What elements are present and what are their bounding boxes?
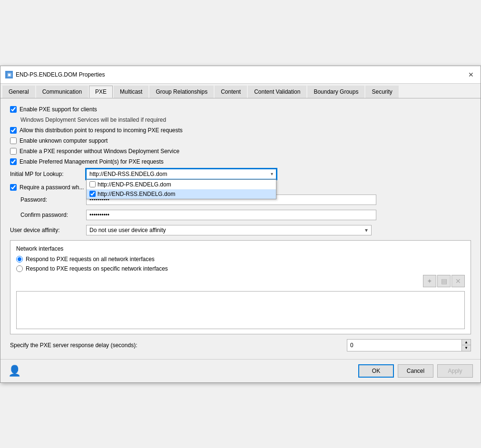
- radio-specific-interfaces-label: Respond to PXE requests on specific netw…: [26, 265, 168, 272]
- tab-security[interactable]: Security: [365, 86, 398, 98]
- enable-preferred-mp-label: Enable Preferred Management Point(s) for…: [20, 158, 164, 165]
- user-device-row: User device affinity: Do not use user de…: [10, 225, 471, 235]
- initial-mp-dropdown-list: http://END-PS.ENDELG.dom http://END-RSS.…: [86, 179, 276, 199]
- tab-communication[interactable]: Communication: [36, 86, 88, 98]
- ok-button[interactable]: OK: [358, 364, 394, 378]
- apply-button[interactable]: Apply: [437, 364, 473, 378]
- enable-responder-label: Enable a PXE responder without Windows D…: [20, 148, 179, 155]
- confirm-password-label: Confirm password:: [10, 212, 86, 218]
- radio-all-interfaces-label: Respond to PXE requests on all network i…: [26, 256, 155, 263]
- password-label: Password:: [10, 196, 86, 203]
- tab-content-validation[interactable]: Content Validation: [248, 86, 306, 98]
- title-bar: ▣ END-PS.ENDELG.DOM Properties ✕: [0, 66, 481, 84]
- radio-specific-interfaces: Respond to PXE requests on specific netw…: [16, 265, 465, 272]
- initial-mp-value: http://END-RSS.ENDELG.dom: [89, 171, 167, 177]
- initial-mp-selected[interactable]: http://END-RSS.ENDELG.dom ▾: [86, 169, 276, 179]
- confirm-password-row: Confirm password:: [10, 210, 471, 220]
- dropdown-item-rss-label: http://END-RSS.ENDELG.dom: [98, 191, 175, 197]
- dropdown-item-rss-checkbox[interactable]: [89, 191, 96, 197]
- window-title: END-PS.ENDELG.DOM Properties: [16, 71, 105, 78]
- tab-boundary-groups[interactable]: Boundary Groups: [307, 86, 364, 98]
- radio-specific-interfaces-input[interactable]: [16, 265, 23, 272]
- delay-input[interactable]: [347, 340, 461, 351]
- enable-unknown-row: Enable unknown computer support: [10, 137, 471, 144]
- footer-buttons: OK Cancel Apply: [358, 364, 473, 378]
- initial-mp-dropdown[interactable]: http://END-RSS.ENDELG.dom ▾ http://END-P…: [86, 169, 276, 179]
- window-icon: ▣: [5, 71, 13, 78]
- wds-note: Windows Deployment Services will be inst…: [20, 117, 471, 123]
- enable-pxe-row: Enable PXE support for clients: [10, 106, 471, 113]
- delay-spinner[interactable]: ▲ ▼: [347, 339, 471, 351]
- tab-multicast[interactable]: Multicast: [114, 86, 148, 98]
- radio-all-interfaces-input[interactable]: [16, 256, 23, 263]
- main-window: ▣ END-PS.ENDELG.DOM Properties ✕ General…: [0, 66, 481, 383]
- enable-preferred-mp-row: Enable Preferred Management Point(s) for…: [10, 158, 471, 165]
- cancel-button[interactable]: Cancel: [398, 364, 433, 378]
- enable-preferred-mp-checkbox[interactable]: [10, 158, 17, 165]
- require-password-label: Require a password wh...: [20, 184, 84, 191]
- spinner-up-button[interactable]: ▲: [462, 340, 471, 345]
- close-button[interactable]: ✕: [466, 70, 476, 79]
- network-interfaces-group: Network interfaces Respond to PXE reques…: [10, 240, 471, 334]
- enable-responder-checkbox[interactable]: [10, 148, 17, 155]
- dropdown-item-ps-label: http://END-PS.ENDELG.dom: [98, 181, 171, 188]
- dropdown-arrow-icon: ▾: [271, 171, 273, 176]
- tab-group-relationships[interactable]: Group Relationships: [149, 86, 214, 98]
- initial-mp-row: Initial MP for Lookup: http://END-RSS.EN…: [10, 169, 471, 179]
- delay-row: Specify the PXE server response delay (s…: [10, 339, 471, 351]
- tab-bar: General Communication PXE Multicast Grou…: [0, 84, 481, 98]
- tab-general[interactable]: General: [2, 86, 35, 98]
- enable-pxe-label: Enable PXE support for clients: [20, 106, 97, 113]
- allow-pxe-checkbox[interactable]: [10, 127, 17, 134]
- footer: 👤 OK Cancel Apply: [0, 359, 481, 382]
- enable-pxe-checkbox[interactable]: [10, 106, 17, 113]
- interfaces-toolbar: ✦ ▤ ✕: [16, 275, 465, 287]
- pxe-tab-content: Enable PXE support for clients Windows D…: [0, 98, 481, 359]
- edit-interface-button[interactable]: ▤: [437, 275, 451, 287]
- user-device-select-wrapper: Do not use user device affinity Allow us…: [86, 225, 372, 235]
- tab-content[interactable]: Content: [215, 86, 247, 98]
- interfaces-list: [16, 291, 465, 329]
- allow-pxe-label: Allow this distribution point to respond…: [20, 127, 183, 134]
- dropdown-item-rss[interactable]: http://END-RSS.ENDELG.dom: [87, 189, 276, 199]
- enable-unknown-label: Enable unknown computer support: [20, 137, 108, 144]
- add-interface-button[interactable]: ✦: [423, 275, 436, 287]
- spinner-arrows: ▲ ▼: [461, 340, 471, 351]
- require-password-checkbox[interactable]: [10, 184, 17, 191]
- confirm-password-input[interactable]: [86, 210, 376, 220]
- dropdown-item-ps[interactable]: http://END-PS.ENDELG.dom: [87, 180, 276, 189]
- user-icon: 👤: [8, 365, 21, 377]
- tab-pxe[interactable]: PXE: [89, 86, 113, 98]
- initial-mp-label: Initial MP for Lookup:: [10, 171, 86, 177]
- enable-responder-row: Enable a PXE responder without Windows D…: [10, 148, 471, 155]
- user-device-select[interactable]: Do not use user device affinity Allow us…: [86, 225, 372, 235]
- footer-icon-area: 👤: [8, 365, 21, 377]
- user-device-label: User device affinity:: [10, 227, 86, 234]
- radio-all-interfaces: Respond to PXE requests on all network i…: [16, 256, 465, 263]
- delete-interface-button[interactable]: ✕: [452, 275, 465, 287]
- enable-unknown-checkbox[interactable]: [10, 137, 17, 144]
- dropdown-item-ps-checkbox[interactable]: [89, 181, 96, 187]
- network-interfaces-title: Network interfaces: [16, 245, 465, 252]
- delay-label: Specify the PXE server response delay (s…: [10, 342, 342, 349]
- spinner-down-button[interactable]: ▼: [462, 345, 471, 351]
- allow-pxe-row: Allow this distribution point to respond…: [10, 127, 471, 134]
